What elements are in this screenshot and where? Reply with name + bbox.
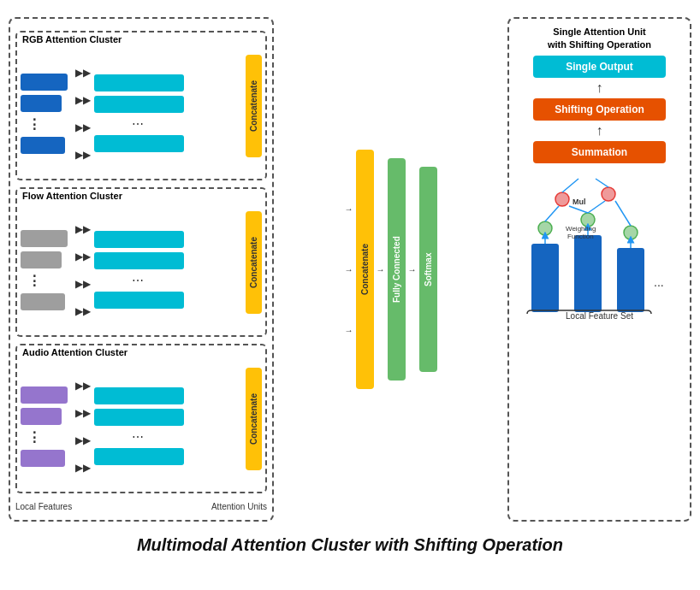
audio-attention-bars: ⋯ bbox=[94, 372, 242, 465]
svg-text:Weighting: Weighting bbox=[566, 225, 596, 233]
right-panel: Single Attention Unitwith Shifting Opera… bbox=[507, 17, 691, 522]
svg-line-13 bbox=[569, 206, 588, 213]
flow-bar-3 bbox=[21, 293, 65, 310]
left-cluster-container: RGB Attention Cluster ⋮ ▶▶▶▶▶▶▶▶ ⋯ bbox=[9, 17, 274, 522]
flow-cluster: Flow Attention Cluster ⋮ ▶▶▶▶▶▶▶▶ ⋯ Conc… bbox=[15, 187, 267, 337]
rgb-bar-3 bbox=[21, 137, 65, 154]
flow-feature-bars: ⋮ bbox=[21, 215, 72, 310]
middle-arrows-left: →→→ bbox=[345, 17, 353, 522]
rgb-att-bar-3 bbox=[94, 135, 184, 152]
nn-diagram: ... bbox=[514, 167, 685, 316]
arrow-to-fc: → bbox=[377, 265, 385, 274]
summation-box: Summation bbox=[533, 141, 666, 163]
audio-concat-box: Concatenate bbox=[246, 368, 262, 470]
flow-att-dots: ⋯ bbox=[132, 274, 242, 287]
audio-cluster: Audio Attention Cluster ⋮ ▶▶▶▶▶▶▶▶ ⋯ Con… bbox=[15, 344, 267, 493]
svg-line-14 bbox=[588, 201, 605, 213]
audio-bar-3 bbox=[21, 450, 65, 467]
arrow-to-softmax: → bbox=[408, 265, 417, 274]
rgb-concat-box: Concatenate bbox=[246, 55, 262, 157]
rgb-bar-2 bbox=[21, 95, 62, 112]
audio-arrows: ▶▶▶▶▶▶▶▶ bbox=[75, 364, 91, 474]
flow-arrows: ▶▶▶▶▶▶▶▶ bbox=[75, 208, 91, 317]
rgb-att-bar-1 bbox=[94, 74, 184, 91]
svg-line-17 bbox=[596, 179, 608, 187]
svg-text:...: ... bbox=[654, 275, 664, 289]
audio-bar-2 bbox=[21, 408, 62, 425]
arrow-to-shifting: ↑ bbox=[596, 81, 603, 95]
audio-bar-1 bbox=[21, 386, 68, 404]
right-panel-title: Single Attention Unitwith Shifting Opera… bbox=[548, 26, 651, 52]
rgb-att-dots: ⋯ bbox=[132, 117, 242, 131]
rgb-bar-1 bbox=[21, 74, 68, 91]
diagram-area: RGB Attention Cluster ⋮ ▶▶▶▶▶▶▶▶ ⋯ bbox=[9, 9, 691, 530]
middle-section: →→→ Concatenate → Fully Connected → Soft… bbox=[345, 17, 437, 522]
svg-point-7 bbox=[555, 192, 569, 206]
rgb-arrows: ▶▶▶▶▶▶▶▶ bbox=[75, 51, 91, 161]
audio-dots: ⋮ bbox=[27, 429, 72, 445]
svg-rect-2 bbox=[617, 248, 644, 312]
svg-rect-0 bbox=[531, 244, 559, 312]
rgb-attention-bars: ⋯ bbox=[94, 59, 242, 152]
flow-cluster-label: Flow Attention Cluster bbox=[22, 191, 122, 201]
flow-att-bar-1 bbox=[94, 231, 184, 248]
rgb-cluster: RGB Attention Cluster ⋮ ▶▶▶▶▶▶▶▶ ⋯ bbox=[15, 31, 267, 180]
softmax-box: Softmax bbox=[419, 167, 437, 372]
svg-point-8 bbox=[602, 187, 615, 201]
audio-att-bar-1 bbox=[94, 387, 184, 404]
middle-concat-box: Concatenate bbox=[356, 150, 374, 389]
audio-cluster-label: Audio Attention Cluster bbox=[22, 347, 128, 357]
arrow-to-summation: ↑ bbox=[596, 124, 603, 138]
shifting-operation-box: Shifting Operation bbox=[533, 98, 666, 121]
bottom-labels: Local Features Attention Units bbox=[15, 500, 267, 511]
svg-rect-1 bbox=[574, 235, 602, 312]
flow-bar-1 bbox=[21, 230, 68, 247]
svg-point-6 bbox=[624, 226, 638, 239]
flow-attention-bars: ⋯ bbox=[94, 215, 242, 309]
attention-units-label: Attention Units bbox=[211, 502, 267, 511]
flow-dots: ⋮ bbox=[27, 273, 72, 289]
fully-connected-box: Fully Connected bbox=[388, 158, 406, 381]
svg-text:Function: Function bbox=[567, 233, 594, 240]
nn-svg: ... bbox=[514, 167, 685, 316]
svg-line-15 bbox=[615, 201, 631, 226]
main-container: RGB Attention Cluster ⋮ ▶▶▶▶▶▶▶▶ ⋯ bbox=[0, 0, 700, 558]
rgb-att-bar-2 bbox=[94, 96, 184, 113]
footer-title: Multimodal Attention Cluster with Shifti… bbox=[137, 530, 563, 558]
rgb-dots: ⋮ bbox=[27, 116, 72, 133]
flow-concat-box: Concatenate bbox=[246, 211, 262, 314]
audio-att-bar-3 bbox=[94, 448, 184, 465]
svg-line-12 bbox=[545, 206, 559, 221]
audio-feature-bars: ⋮ bbox=[21, 371, 72, 467]
svg-text:Mul: Mul bbox=[572, 198, 586, 206]
audio-att-dots: ⋯ bbox=[132, 430, 242, 444]
rgb-cluster-label: RGB Attention Cluster bbox=[22, 34, 122, 44]
svg-line-16 bbox=[562, 179, 578, 192]
flow-att-bar-2 bbox=[94, 252, 184, 269]
svg-point-4 bbox=[538, 221, 552, 235]
local-features-label: Local Features bbox=[15, 502, 72, 511]
audio-att-bar-2 bbox=[94, 409, 184, 426]
flow-att-bar-3 bbox=[94, 292, 184, 309]
single-output-box: Single Output bbox=[533, 56, 666, 78]
rgb-feature-bars: ⋮ bbox=[21, 58, 72, 154]
flow-bar-2 bbox=[21, 251, 62, 268]
